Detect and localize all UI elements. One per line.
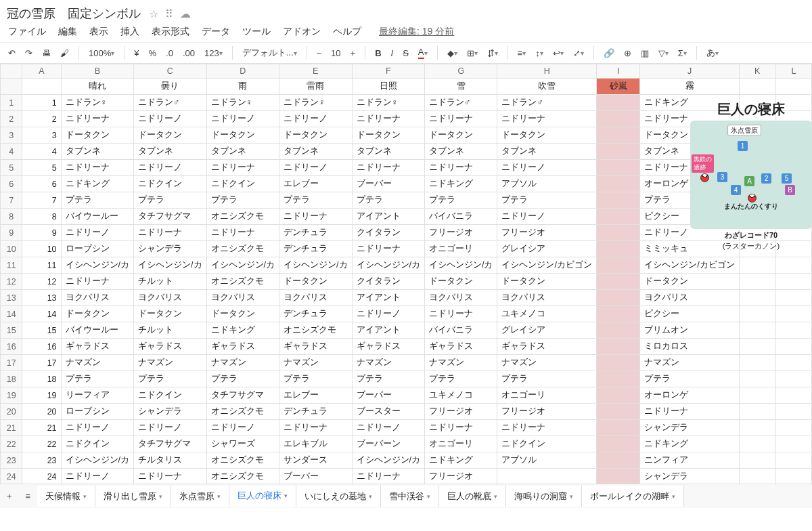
cell[interactable]: ミロカロス — [640, 339, 739, 355]
caret-icon[interactable]: ▾ — [83, 493, 87, 500]
caret-icon[interactable]: ▾ — [369, 493, 372, 500]
cell[interactable]: イシヘンジン/カビゴン — [640, 257, 739, 274]
cell[interactable]: ニドラン♂ — [497, 95, 596, 111]
cell[interactable]: 12 — [22, 274, 61, 290]
weather-header[interactable]: 霧 — [640, 79, 739, 95]
cell[interactable]: ニドクイン — [497, 436, 596, 452]
cell[interactable]: ヨクバリス — [134, 290, 206, 306]
menu-表示[interactable]: 表示 — [89, 26, 108, 38]
cell[interactable] — [596, 322, 639, 339]
print-icon[interactable]: 🖶 — [39, 47, 53, 60]
cell[interactable]: グレイシア — [497, 241, 596, 257]
cell[interactable] — [596, 290, 639, 306]
col-header[interactable]: K — [739, 64, 775, 79]
all-sheets-button[interactable]: ≡ — [19, 491, 38, 501]
cell[interactable] — [596, 274, 639, 290]
cell[interactable]: ギャラドス — [206, 339, 279, 355]
menu-ファイル[interactable]: ファイル — [8, 26, 46, 38]
cloud-icon[interactable]: ☁ — [180, 7, 191, 20]
row-header[interactable]: 4 — [1, 144, 22, 160]
row-header[interactable]: 6 — [1, 176, 22, 192]
cell[interactable]: プテラ — [279, 192, 352, 209]
cell[interactable]: イシヘンジン/カ — [352, 452, 424, 469]
cell[interactable]: シャンデラ — [640, 420, 739, 436]
cell[interactable]: ドータクン — [134, 127, 206, 144]
cell[interactable]: タブンネ — [425, 144, 497, 160]
cell[interactable] — [596, 257, 639, 274]
cell[interactable]: プテラ — [134, 192, 206, 209]
row-header[interactable]: 19 — [1, 387, 22, 404]
row-header[interactable]: 5 — [1, 160, 22, 176]
cell[interactable]: ニドリーナ — [425, 160, 497, 176]
cell[interactable]: 3 — [22, 127, 61, 144]
row-header[interactable]: 7 — [1, 192, 22, 209]
cell[interactable]: タブンネ — [352, 144, 424, 160]
cell[interactable]: ニドリーナ — [352, 111, 424, 127]
cell[interactable]: ニドラン♀ — [352, 95, 424, 111]
weather-header[interactable]: 吹雪 — [497, 79, 596, 95]
cell[interactable]: ギャラドス — [61, 339, 133, 355]
cell[interactable]: イシヘンジン/カ — [134, 257, 206, 274]
cell[interactable]: ユキメノコ — [425, 387, 497, 404]
cell[interactable]: ドータクン — [425, 127, 497, 144]
cell[interactable]: ドータクン — [352, 127, 424, 144]
font-select[interactable]: デフォルト... — [240, 45, 300, 60]
cell[interactable]: タチフサグマ — [206, 387, 279, 404]
cell[interactable]: ドータクン — [61, 306, 133, 322]
cell[interactable]: ニドキング — [640, 436, 739, 452]
cell[interactable]: 20 — [22, 404, 61, 420]
sheet-tab-2[interactable]: 氷点雪原▾ — [171, 486, 229, 507]
cell[interactable]: エレブー — [279, 176, 352, 192]
cell[interactable]: 9 — [22, 225, 61, 241]
col-header[interactable]: H — [497, 64, 596, 79]
cell[interactable]: ニドリーノ — [206, 420, 279, 436]
cell[interactable]: ニドリーナ — [206, 225, 279, 241]
font-size-down[interactable]: − — [314, 47, 325, 60]
cell[interactable]: ニドラン♂ — [425, 95, 497, 111]
cell[interactable] — [596, 452, 639, 469]
cell[interactable]: デンチュラ — [279, 404, 352, 420]
cell[interactable]: 23 — [22, 452, 61, 469]
cell[interactable]: バイバニラ — [425, 322, 497, 339]
font-size-input[interactable]: 10 — [328, 47, 343, 60]
cell[interactable]: リーフィア — [61, 387, 133, 404]
row-header[interactable]: 17 — [1, 355, 22, 371]
cell[interactable] — [596, 144, 639, 160]
row-header[interactable]: 24 — [1, 469, 22, 484]
cell[interactable]: ドータクン — [497, 274, 596, 290]
row-header[interactable]: 18 — [1, 371, 22, 387]
weather-header[interactable]: 日照 — [352, 79, 424, 95]
cell[interactable]: ニドリーノ — [352, 420, 424, 436]
cell[interactable]: ニドリーナ — [134, 469, 206, 484]
cell[interactable]: オニシズクモ — [206, 452, 279, 469]
cell[interactable]: 10 — [22, 241, 61, 257]
cell[interactable]: ニドラン♀ — [61, 95, 133, 111]
cell[interactable]: ニドリーナ — [279, 209, 352, 225]
cell[interactable] — [596, 111, 639, 127]
cell[interactable]: プテラ — [61, 192, 133, 209]
fill-color-button[interactable]: ◆ — [445, 47, 460, 60]
cell[interactable]: ニドクイン — [206, 176, 279, 192]
cell[interactable] — [596, 355, 639, 371]
menu-表示形式[interactable]: 表示形式 — [152, 26, 189, 38]
strike-button[interactable]: S — [400, 47, 411, 60]
last-edit-link[interactable]: 最終編集: 19 分前 — [379, 26, 454, 38]
cell[interactable]: シャンデラ — [134, 241, 206, 257]
rotate-button[interactable]: ⤢ — [570, 47, 587, 60]
col-header[interactable]: A — [22, 64, 61, 79]
cell[interactable]: イシヘンジン/カビゴン — [497, 257, 596, 274]
cell[interactable]: フリージオ — [425, 404, 497, 420]
cell[interactable]: ニドリーナ — [61, 160, 133, 176]
cell[interactable]: 19 — [22, 387, 61, 404]
row-header[interactable]: 8 — [1, 209, 22, 225]
cell[interactable] — [596, 371, 639, 387]
cell[interactable] — [596, 95, 639, 111]
cell[interactable]: ブースター — [352, 404, 424, 420]
cell[interactable]: タブンネ — [279, 144, 352, 160]
caret-icon[interactable]: ▾ — [159, 493, 162, 500]
row-header[interactable]: 21 — [1, 420, 22, 436]
cell[interactable]: ニドリーノ — [279, 160, 352, 176]
caret-icon[interactable]: ▾ — [427, 493, 430, 500]
sheet-tab-4[interactable]: いにしえの墓地▾ — [296, 486, 381, 507]
cell[interactable]: ヨクバリス — [640, 290, 739, 306]
